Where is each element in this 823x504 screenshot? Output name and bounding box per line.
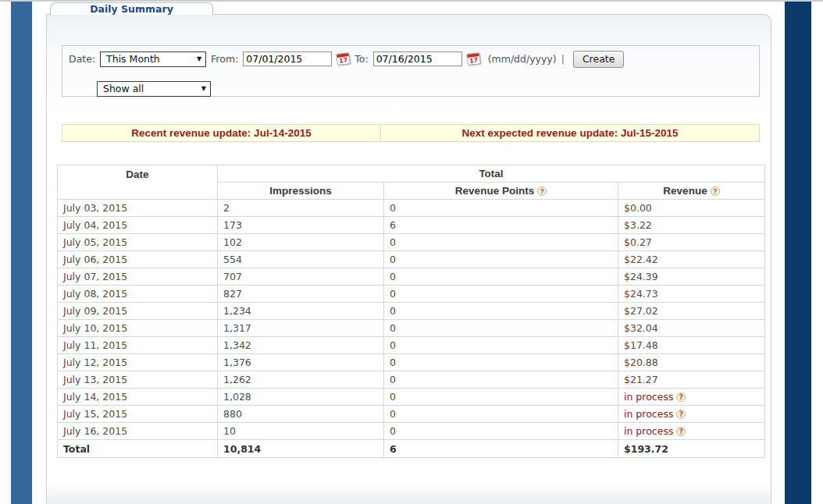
cell-date: July 11, 2015 bbox=[58, 337, 218, 354]
table-row: July 16, 2015100in process? bbox=[58, 423, 765, 440]
cell-revenue-points: 0 bbox=[384, 406, 618, 423]
cell-date: July 09, 2015 bbox=[58, 303, 218, 320]
table-row: July 15, 20158800in process? bbox=[58, 406, 765, 423]
cell-revenue: in process? bbox=[618, 423, 765, 440]
date-range-select[interactable]: This Month ▼ bbox=[100, 51, 206, 67]
cell-date: July 08, 2015 bbox=[58, 286, 218, 303]
revenue-update-banner: Recent revenue update: Jul-14-2015 Next … bbox=[62, 124, 760, 142]
col-header-revenue-points-label: Revenue Points bbox=[455, 185, 534, 197]
date-format-hint: (mm/dd/yyyy) bbox=[488, 53, 557, 65]
cell-revenue: $22.42 bbox=[618, 251, 765, 268]
cell-date: July 15, 2015 bbox=[58, 406, 218, 423]
cell-revenue-points: 0 bbox=[384, 234, 618, 251]
total-row: Total 10,814 6 $193.72 bbox=[58, 440, 765, 458]
table-row: July 10, 20151,3170$32.04 bbox=[58, 320, 765, 337]
cell-impressions: 554 bbox=[218, 251, 384, 268]
filter-box: Date: This Month ▼ From: 17 To: 17 (mm/d… bbox=[62, 45, 760, 97]
cell-revenue-points: 0 bbox=[384, 423, 618, 440]
help-icon[interactable]: ? bbox=[676, 410, 686, 419]
to-date-input[interactable] bbox=[373, 51, 462, 66]
cell-revenue: $24.39 bbox=[618, 268, 765, 286]
cell-revenue: $21.27 bbox=[618, 371, 765, 389]
create-button[interactable]: Create bbox=[573, 51, 625, 68]
cell-revenue: $24.73 bbox=[618, 286, 765, 303]
cell-impressions: 1,234 bbox=[218, 303, 384, 320]
table-row: July 12, 20151,3760$20.88 bbox=[58, 354, 765, 371]
cell-revenue: $3.22 bbox=[618, 217, 765, 234]
total-revenue: $193.72 bbox=[618, 440, 765, 458]
help-icon[interactable]: ? bbox=[676, 392, 686, 402]
cell-impressions: 10 bbox=[218, 423, 384, 440]
table-row: July 08, 20158270$24.73 bbox=[58, 286, 765, 303]
cell-revenue: $20.88 bbox=[618, 354, 765, 371]
col-header-revenue: Revenue? bbox=[618, 183, 765, 200]
daily-summary-table: Date Total Impressions Revenue Points? R… bbox=[57, 165, 765, 458]
cell-date: July 10, 2015 bbox=[58, 320, 218, 337]
show-filter-select-value: Show all bbox=[103, 83, 144, 94]
page: Daily Summary Date: This Month ▼ From: 1… bbox=[0, 0, 823, 504]
help-icon[interactable]: ? bbox=[676, 427, 686, 436]
table-row: July 07, 20157070$24.39 bbox=[58, 268, 765, 286]
cell-date: July 06, 2015 bbox=[58, 251, 218, 268]
cell-revenue: $27.02 bbox=[618, 303, 765, 320]
col-header-revenue-label: Revenue bbox=[663, 185, 707, 197]
chevron-down-icon: ▼ bbox=[197, 55, 201, 62]
cell-date: July 04, 2015 bbox=[58, 217, 218, 234]
cell-revenue-points: 0 bbox=[384, 200, 618, 217]
cell-revenue-points: 0 bbox=[384, 354, 618, 371]
tab-daily-summary[interactable]: Daily Summary bbox=[50, 2, 213, 15]
from-date-input[interactable] bbox=[243, 51, 332, 66]
col-header-total: Total bbox=[218, 165, 765, 183]
date-label: Date: bbox=[69, 53, 95, 65]
pending-label: in process bbox=[624, 408, 673, 420]
table-row: July 05, 20151020$0.27 bbox=[58, 234, 765, 251]
total-impressions: 10,814 bbox=[218, 440, 384, 458]
cell-date: July 16, 2015 bbox=[58, 423, 218, 440]
table-row: July 13, 20151,2620$21.27 bbox=[58, 371, 765, 389]
cell-impressions: 1,376 bbox=[218, 354, 384, 371]
cell-impressions: 102 bbox=[218, 234, 384, 251]
pending-label: in process bbox=[624, 425, 673, 437]
next-update-text: Next expected revenue update: Jul-15-201… bbox=[381, 125, 759, 141]
table-row: July 14, 20151,0280in process? bbox=[58, 389, 765, 406]
cell-revenue-points: 0 bbox=[384, 303, 618, 320]
cell-revenue: $0.00 bbox=[618, 200, 765, 217]
calendar-icon[interactable]: 17 bbox=[336, 52, 351, 66]
from-label: From: bbox=[211, 53, 238, 65]
calendar-icon-day: 17 bbox=[467, 56, 479, 66]
pending-label: in process bbox=[624, 391, 673, 403]
separator: | bbox=[561, 53, 565, 65]
cell-revenue: $32.04 bbox=[618, 320, 765, 337]
table-row: July 04, 20151736$3.22 bbox=[58, 217, 765, 234]
calendar-icon-day: 17 bbox=[337, 56, 350, 66]
total-label: Total bbox=[58, 440, 218, 458]
left-sidebar-bar bbox=[11, 2, 32, 504]
cell-revenue: in process? bbox=[618, 406, 765, 423]
show-filter-select[interactable]: Show all ▼ bbox=[97, 81, 211, 97]
filter-row-show: Show all ▼ bbox=[97, 80, 211, 97]
cell-impressions: 2 bbox=[218, 200, 384, 217]
help-icon[interactable]: ? bbox=[711, 186, 720, 196]
calendar-icon[interactable]: 17 bbox=[466, 52, 481, 66]
cell-revenue-points: 0 bbox=[384, 251, 618, 268]
cell-impressions: 880 bbox=[218, 406, 384, 423]
help-icon[interactable]: ? bbox=[537, 186, 547, 196]
filter-row-dates: Date: This Month ▼ From: 17 To: 17 (mm/d… bbox=[69, 51, 756, 67]
cell-impressions: 173 bbox=[218, 217, 384, 234]
summary-table-body: July 03, 201520$0.00July 04, 20151736$3.… bbox=[58, 200, 765, 440]
cell-date: July 14, 2015 bbox=[58, 389, 218, 406]
cell-impressions: 1,342 bbox=[218, 337, 384, 354]
to-label: To: bbox=[354, 53, 368, 65]
cell-impressions: 707 bbox=[218, 268, 384, 286]
cell-revenue: $0.27 bbox=[618, 234, 765, 251]
right-sidebar-bar bbox=[785, 2, 811, 504]
content-panel: Date: This Month ▼ From: 17 To: 17 (mm/d… bbox=[46, 14, 771, 504]
cell-revenue-points: 0 bbox=[384, 320, 618, 337]
cell-date: July 07, 2015 bbox=[58, 268, 218, 286]
cell-revenue-points: 6 bbox=[384, 217, 618, 234]
header-row-1: Date Total bbox=[58, 165, 765, 183]
cell-revenue-points: 0 bbox=[384, 268, 618, 286]
top-border-line bbox=[0, 0, 823, 2]
date-range-select-value: This Month bbox=[106, 53, 160, 65]
table-row: July 09, 20151,2340$27.02 bbox=[58, 303, 765, 320]
